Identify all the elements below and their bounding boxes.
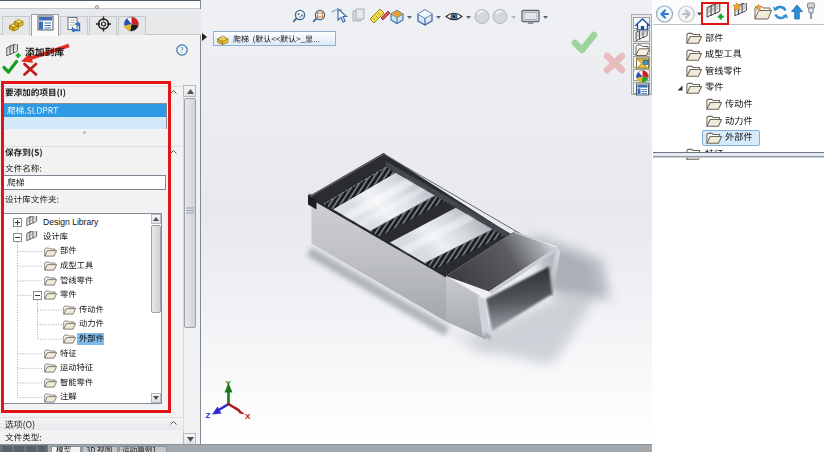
svg-text:Y: Y — [226, 379, 232, 388]
svg-text:X: X — [245, 412, 251, 421]
svg-text:?: ? — [179, 45, 183, 55]
svg-text:Z: Z — [206, 411, 211, 420]
